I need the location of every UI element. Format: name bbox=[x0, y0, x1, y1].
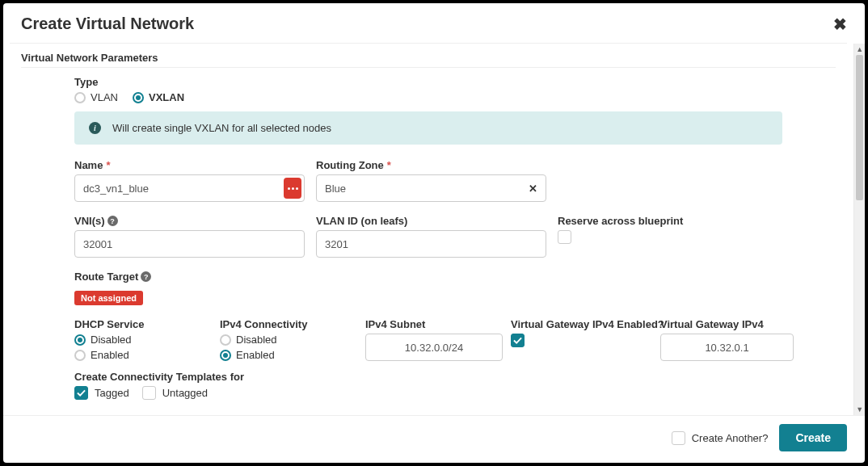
row-name-rz: Name* Routing Zone* bbox=[74, 159, 782, 202]
field-dhcp: DHCP Service Disabled Enabled bbox=[74, 318, 212, 361]
label-text: VNI(s) bbox=[74, 215, 105, 227]
ct-option-tagged[interactable]: Tagged bbox=[74, 386, 129, 400]
type-label: Type bbox=[74, 76, 782, 88]
type-option-vlan[interactable]: VLAN bbox=[74, 91, 118, 103]
radio-icon bbox=[74, 334, 86, 346]
field-ipv4-conn: IPv4 Connectivity Disabled Enabled bbox=[220, 318, 357, 361]
field-reserve: Reserve across blueprint bbox=[558, 215, 782, 258]
help-icon[interactable]: ? bbox=[107, 216, 118, 226]
vni-label: VNI(s) ? bbox=[74, 215, 305, 227]
checkbox-label: Tagged bbox=[95, 387, 129, 399]
radio-label: Enabled bbox=[91, 349, 129, 361]
required-marker: * bbox=[106, 159, 110, 171]
radio-icon bbox=[220, 334, 231, 346]
scrollbar[interactable]: ▲ ▼ bbox=[853, 44, 865, 415]
scrollbar-thumb[interactable] bbox=[856, 55, 863, 200]
modal-footer: Create Another? Create bbox=[3, 415, 865, 463]
modal-header: Create Virtual Network ✖ bbox=[3, 3, 865, 43]
vlan-id-label: VLAN ID (on leafs) bbox=[316, 215, 546, 227]
field-routing-zone: Routing Zone* Blue ✕ bbox=[316, 159, 546, 202]
dhcp-option-disabled[interactable]: Disabled bbox=[74, 334, 212, 346]
reserve-checkbox[interactable] bbox=[558, 230, 571, 244]
scroll-up-arrow-icon[interactable]: ▲ bbox=[854, 44, 865, 55]
dhcp-label: DHCP Service bbox=[74, 318, 212, 330]
form-body: Type VLAN VXLAN i Will create single VXL… bbox=[21, 76, 836, 400]
modal-body: Virtual Network Parameters Type VLAN VXL… bbox=[3, 44, 865, 415]
ct-option-untagged[interactable]: Untagged bbox=[142, 386, 208, 400]
help-icon[interactable]: ? bbox=[141, 271, 151, 282]
info-text: Will create single VXLAN for all selecte… bbox=[112, 122, 331, 134]
reserve-label: Reserve across blueprint bbox=[558, 215, 782, 227]
modal-scroll-area: Virtual Network Parameters Type VLAN VXL… bbox=[3, 44, 853, 415]
ct-options: Tagged Untagged bbox=[74, 386, 782, 400]
field-name: Name* bbox=[74, 159, 305, 202]
field-vg-ipv4: Virtual Gateway IPv4 bbox=[660, 318, 794, 361]
radio-icon bbox=[133, 92, 144, 103]
section-divider bbox=[21, 67, 836, 68]
create-another-option[interactable]: Create Another? bbox=[672, 431, 769, 445]
name-label: Name* bbox=[74, 159, 305, 171]
ct-untagged-checkbox bbox=[142, 386, 156, 400]
vg-enabled-label: Virtual Gateway IPv4 Enabled? bbox=[511, 318, 652, 330]
modal-title: Create Virtual Network bbox=[21, 15, 194, 33]
ct-tagged-checkbox bbox=[74, 386, 88, 400]
field-ct: Create Connectivity Templates for Tagged bbox=[74, 371, 782, 400]
radio-label: Enabled bbox=[236, 349, 275, 361]
dhcp-radio-group: Disabled Enabled bbox=[74, 334, 212, 361]
label-text: Route Target bbox=[74, 271, 138, 283]
name-input[interactable] bbox=[74, 174, 305, 202]
radio-label: Disabled bbox=[91, 334, 132, 346]
field-vni: VNI(s) ? bbox=[74, 215, 305, 258]
ct-label: Create Connectivity Templates for bbox=[74, 371, 782, 383]
ipv4-subnet-label: IPv4 Subnet bbox=[365, 318, 503, 330]
route-target-label: Route Target ? bbox=[74, 271, 782, 283]
radio-label: Disabled bbox=[236, 334, 277, 346]
routing-zone-label: Routing Zone* bbox=[316, 159, 546, 171]
info-banner: i Will create single VXLAN for all selec… bbox=[74, 111, 782, 145]
create-button[interactable]: Create bbox=[779, 424, 847, 451]
vg-enabled-checkbox[interactable] bbox=[511, 334, 525, 347]
field-route-target: Route Target ? Not assigned bbox=[74, 271, 782, 305]
field-ipv4-subnet: IPv4 Subnet bbox=[365, 318, 503, 361]
label-text: Name bbox=[74, 159, 103, 171]
ipv4-conn-option-disabled[interactable]: Disabled bbox=[220, 334, 357, 346]
field-vg-enabled: Virtual Gateway IPv4 Enabled? bbox=[511, 318, 652, 361]
create-another-checkbox bbox=[672, 431, 685, 445]
type-option-vxlan[interactable]: VXLAN bbox=[133, 91, 184, 103]
modal-dialog: Create Virtual Network ✖ Virtual Network… bbox=[3, 3, 865, 463]
section-title: Virtual Network Parameters bbox=[21, 52, 836, 64]
label-text: Routing Zone bbox=[316, 159, 384, 171]
ipv4-conn-radio-group: Disabled Enabled bbox=[220, 334, 357, 361]
clear-icon[interactable]: ✕ bbox=[529, 183, 537, 195]
route-target-badge: Not assigned bbox=[74, 291, 143, 305]
dhcp-option-enabled[interactable]: Enabled bbox=[74, 349, 212, 361]
checkbox-label: Untagged bbox=[162, 387, 208, 399]
name-more-button[interactable] bbox=[284, 178, 301, 199]
select-value: Blue bbox=[325, 183, 346, 195]
vg-ipv4-label: Virtual Gateway IPv4 bbox=[660, 318, 794, 330]
radio-icon bbox=[220, 350, 231, 361]
required-marker: * bbox=[387, 159, 391, 171]
radio-icon bbox=[74, 92, 86, 103]
vg-ipv4-input[interactable] bbox=[660, 334, 794, 361]
checkbox-label: Create Another? bbox=[692, 432, 769, 444]
row-vni-vlan-reserve: VNI(s) ? VLAN ID (on leafs) Reserve acro… bbox=[74, 215, 782, 258]
ipv4-subnet-input[interactable] bbox=[365, 334, 503, 361]
radio-label: VXLAN bbox=[149, 91, 184, 103]
scroll-down-arrow-icon[interactable]: ▼ bbox=[854, 404, 865, 415]
close-icon[interactable]: ✖ bbox=[833, 16, 847, 32]
routing-zone-select[interactable]: Blue ✕ bbox=[316, 174, 546, 202]
radio-label: VLAN bbox=[91, 91, 118, 103]
ipv4-conn-option-enabled[interactable]: Enabled bbox=[220, 349, 357, 361]
type-radio-group: VLAN VXLAN bbox=[74, 91, 782, 103]
vlan-id-input[interactable] bbox=[316, 230, 546, 258]
field-vlan-id: VLAN ID (on leafs) bbox=[316, 215, 546, 258]
radio-icon bbox=[74, 350, 86, 361]
vni-input[interactable] bbox=[74, 230, 305, 258]
row-dhcp-ipv4: DHCP Service Disabled Enabled bbox=[74, 318, 782, 361]
ellipsis-icon bbox=[288, 187, 298, 190]
info-icon: i bbox=[89, 122, 101, 134]
ipv4-conn-label: IPv4 Connectivity bbox=[220, 318, 357, 330]
